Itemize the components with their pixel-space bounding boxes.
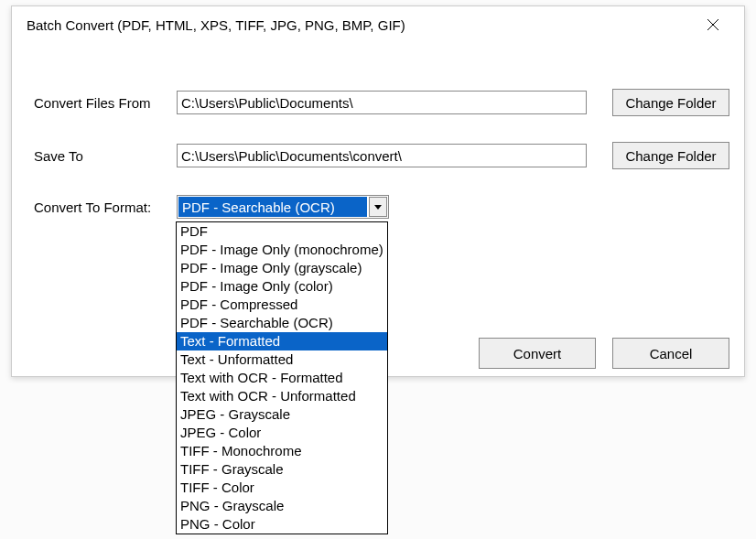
format-option[interactable]: Text with OCR - Formatted [177,369,387,387]
label-save-to: Save To [34,148,177,164]
format-option[interactable]: TIFF - Color [177,479,387,497]
format-option[interactable]: PNG - Color [177,515,387,534]
format-option[interactable]: PDF - Image Only (grayscale) [177,259,387,277]
chevron-down-icon [374,205,382,210]
format-option[interactable]: TIFF - Grayscale [177,460,387,479]
format-dropdown-list[interactable]: PDFPDF - Image Only (monochrome)PDF - Im… [176,221,388,534]
format-option[interactable]: PDF - Image Only (color) [177,277,387,296]
format-option[interactable]: PDF - Compressed [177,296,387,314]
format-option[interactable]: PNG - Grayscale [177,497,387,515]
input-save-path[interactable] [177,144,587,167]
format-option[interactable]: PDF - Image Only (monochrome) [177,241,387,259]
convert-button[interactable]: Convert [479,338,596,369]
close-icon [707,18,719,31]
format-option[interactable]: JPEG - Color [177,424,387,442]
row-convert-from: Convert Files From Change Folder [34,89,729,116]
window-title: Batch Convert (PDF, HTML, XPS, TIFF, JPG… [27,17,695,33]
combobox-arrow-button[interactable] [369,197,387,217]
format-option[interactable]: PDF - Searchable (OCR) [177,314,387,332]
format-option[interactable]: JPEG - Grayscale [177,405,387,424]
change-folder-save-button[interactable]: Change Folder [612,142,729,169]
close-button[interactable] [695,6,731,43]
format-option[interactable]: Text with OCR - Unformatted [177,387,387,405]
titlebar: Batch Convert (PDF, HTML, XPS, TIFF, JPG… [12,6,744,43]
format-option[interactable]: PDF [177,222,387,241]
format-option[interactable]: TIFF - Monochrome [177,442,387,460]
change-folder-from-button[interactable]: Change Folder [612,89,729,116]
format-combobox[interactable]: PDF - Searchable (OCR) [177,195,389,219]
action-buttons: Convert Cancel [479,338,729,369]
format-option[interactable]: Text - Unformatted [177,350,387,369]
label-convert-from: Convert Files From [34,95,177,111]
combobox-selected: PDF - Searchable (OCR) [178,197,367,217]
row-save-to: Save To Change Folder [34,142,729,169]
row-format: Convert To Format: PDF - Searchable (OCR… [34,195,729,219]
input-from-path[interactable] [177,91,587,114]
dialog-body: Convert Files From Change Folder Save To… [12,43,744,219]
cancel-button[interactable]: Cancel [612,338,729,369]
format-option[interactable]: Text - Formatted [177,332,387,350]
label-convert-format: Convert To Format: [34,199,177,215]
